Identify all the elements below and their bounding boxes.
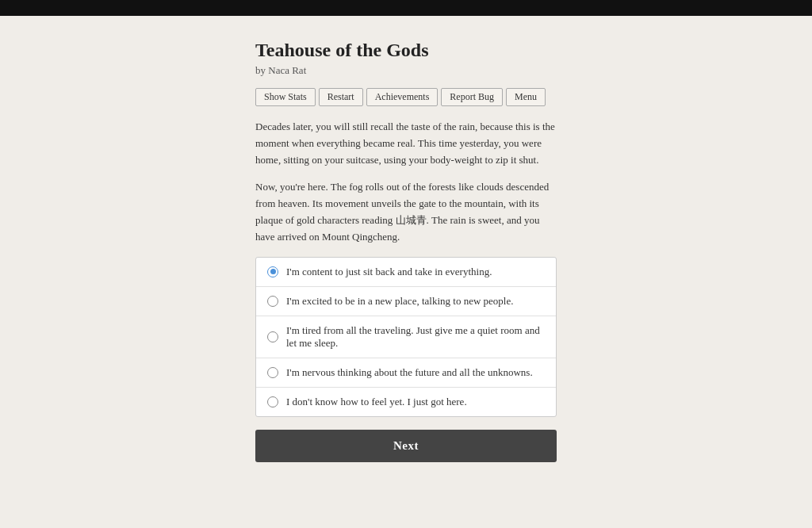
choice-label-3: I'm tired from all the traveling. Just g… <box>286 324 545 350</box>
choice-radio-1 <box>267 266 278 277</box>
achievements-button[interactable]: Achievements <box>366 88 439 106</box>
report-bug-button[interactable]: Report Bug <box>441 88 503 106</box>
game-title: Teahouse of the Gods <box>255 40 557 61</box>
choice-label-4: I'm nervous thinking about the future an… <box>286 366 533 379</box>
menu-button[interactable]: Menu <box>506 88 546 106</box>
choice-item-1[interactable]: I'm content to just sit back and take in… <box>256 258 556 287</box>
choices-container: I'm content to just sit back and take in… <box>255 257 557 417</box>
narrative-paragraph-1: Decades later, you will still recall the… <box>255 119 557 168</box>
page-container: Teahouse of the Gods by Naca Rat Show St… <box>239 16 573 494</box>
next-button[interactable]: Next <box>255 430 557 462</box>
narrative-paragraph-2: Now, you're here. The fog rolls out of t… <box>255 179 557 245</box>
choice-radio-5 <box>267 396 278 407</box>
choice-label-5: I don't know how to feel yet. I just got… <box>286 396 467 408</box>
choice-radio-4 <box>267 367 278 378</box>
choice-item-2[interactable]: I'm excited to be in a new place, talkin… <box>256 287 556 316</box>
choice-item-4[interactable]: I'm nervous thinking about the future an… <box>256 358 556 388</box>
choice-radio-3 <box>267 331 278 342</box>
choice-label-1: I'm content to just sit back and take in… <box>286 266 492 278</box>
game-author: by Naca Rat <box>255 64 557 77</box>
restart-button[interactable]: Restart <box>319 88 363 106</box>
choice-item-3[interactable]: I'm tired from all the traveling. Just g… <box>256 316 556 358</box>
top-bar <box>0 0 812 16</box>
show-stats-button[interactable]: Show Stats <box>255 88 316 106</box>
choice-label-2: I'm excited to be in a new place, talkin… <box>286 295 513 308</box>
toolbar: Show Stats Restart Achievements Report B… <box>255 88 557 106</box>
choice-item-5[interactable]: I don't know how to feel yet. I just got… <box>256 388 556 416</box>
choice-radio-2 <box>267 296 278 307</box>
